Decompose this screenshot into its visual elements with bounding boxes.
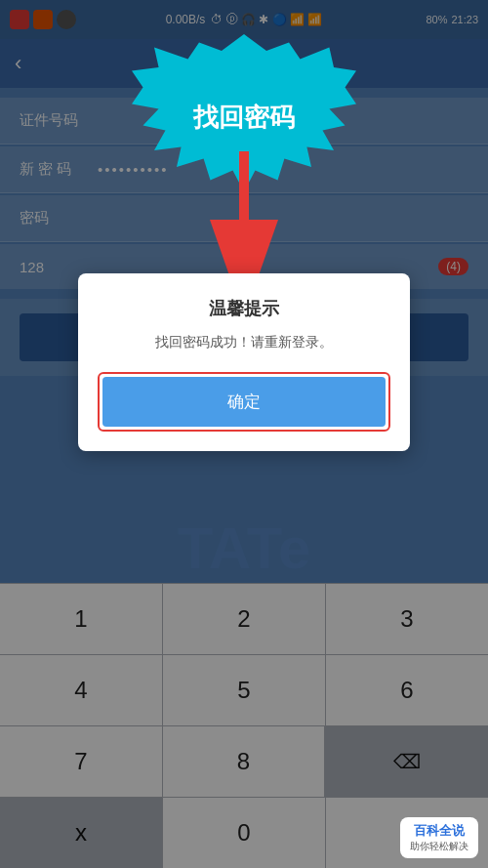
dialog-btn-wrapper: 确定: [98, 372, 390, 432]
callout-text: 找回密码: [193, 101, 295, 135]
watermark-subtitle: 助你轻松解决: [410, 840, 468, 853]
dialog-title: 温馨提示: [98, 297, 390, 320]
watermark-title: 百科全说: [414, 822, 465, 840]
dialog-message: 找回密码成功！请重新登录。: [98, 332, 390, 352]
dialog: 温馨提示 找回密码成功！请重新登录。 确定: [78, 273, 410, 451]
watermark: 百科全说 助你轻松解决: [400, 817, 478, 858]
dialog-confirm-button[interactable]: 确定: [102, 377, 386, 427]
red-arrow: [205, 151, 283, 292]
